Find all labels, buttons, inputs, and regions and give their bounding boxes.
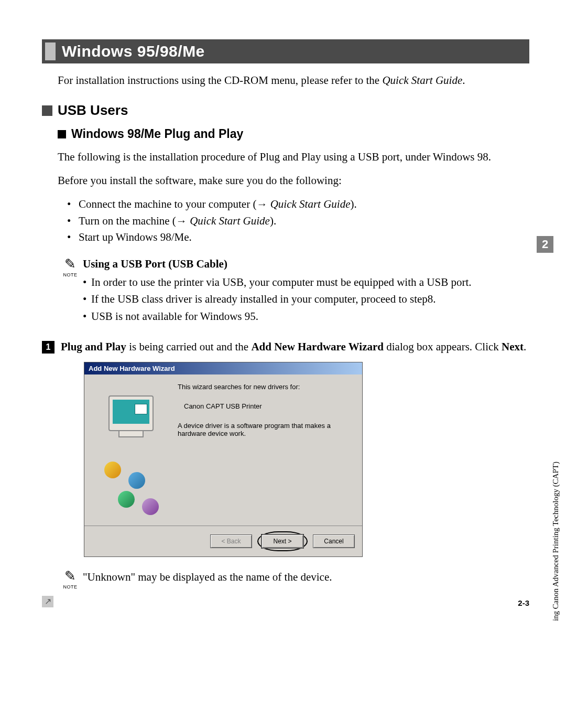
step-1: 1 Plug and Play is being carried out and… (42, 339, 529, 354)
h3-block-icon (58, 130, 66, 138)
dialog-line-3: A device driver is a software program th… (178, 422, 353, 437)
disc-icon (118, 491, 135, 508)
step-number-badge: 1 (42, 341, 55, 354)
list-item: In order to use the printer via USB, you… (83, 274, 529, 291)
step-bold-1: Plug and Play (61, 340, 126, 353)
cancel-button[interactable]: Cancel (313, 534, 355, 548)
disc-icon (104, 462, 121, 478)
li-text: Turn on the machine (→ (79, 215, 190, 227)
intro-paragraph: For installation instructions using the … (58, 73, 529, 88)
step-text-1: is being carried out and the (126, 340, 252, 353)
step-body: Plug and Play is being carried out and t… (61, 339, 529, 354)
intro-ref: Quick Start Guide (382, 74, 462, 87)
chapter-tab: 2 (537, 236, 553, 253)
list-item: If the USB class driver is already insta… (83, 291, 529, 308)
dialog-graphic (94, 383, 172, 519)
step-bold-3: Next (502, 340, 524, 353)
note-body: Using a USB Port (USB Cable) In order to… (83, 258, 529, 325)
main-heading: Windows 95/98/Me (42, 39, 529, 63)
dialog-text: This wizard searches for new drivers for… (172, 383, 353, 519)
next-highlight-oval-icon: Next > (257, 531, 308, 551)
side-running-title: Installing Canon Advanced Printing Techn… (551, 462, 560, 621)
h3-text: Windows 98/Me Plug and Play (71, 127, 243, 141)
note-block-2: ✎ NOTE "Unknown" may be displayed as the… (58, 570, 529, 590)
intro-text: For installation instructions using the … (58, 74, 382, 87)
monitor-icon (108, 395, 154, 431)
monitor-screen-icon (113, 400, 149, 424)
monitor-window-icon (135, 404, 147, 414)
main-heading-text: Windows 95/98/Me (62, 42, 205, 60)
list-item: Turn on the machine (→ Quick Start Guide… (67, 213, 529, 230)
note-title: Using a USB Port (USB Cable) (83, 258, 529, 271)
heading-block-icon (45, 42, 56, 60)
list-item: Start up Windows 98/Me. (67, 229, 529, 246)
prereq-list: Connect the machine to your computer (→ … (67, 196, 529, 246)
next-button[interactable]: Next > (262, 534, 303, 548)
note-list: In order to use the printer via USB, you… (83, 274, 529, 325)
note-icon-col: ✎ NOTE (58, 258, 83, 325)
note-block: ✎ NOTE Using a USB Port (USB Cable) In o… (58, 258, 529, 325)
back-button[interactable]: < Back (210, 534, 252, 548)
dialog-content: This wizard searches for new drivers for… (84, 374, 362, 526)
h2-block-icon (42, 105, 52, 116)
add-hardware-wizard-dialog: Add New Hardware Wizard This wizard sear… (84, 362, 363, 557)
li-end: ). (350, 198, 356, 210)
step-text-3: . (524, 340, 526, 353)
list-item: USB is not available for Windows 95. (83, 308, 529, 325)
page-number: 2-3 (518, 598, 529, 607)
disc-icon (142, 498, 159, 515)
step-text-2: dialog box appears. Click (384, 340, 502, 353)
list-item: Connect the machine to your computer (→ … (67, 196, 529, 213)
intro-end: . (462, 74, 465, 87)
note-icon-col: ✎ NOTE (58, 570, 83, 590)
dialog-line-1: This wizard searches for new drivers for… (178, 383, 353, 391)
return-arrow-icon[interactable]: ↗ (42, 596, 53, 607)
dialog-footer: < Back Next > Cancel (84, 526, 362, 556)
disc-icon (128, 472, 145, 489)
paragraph-2: Before you install the software, make su… (58, 173, 529, 188)
li-text: Connect the machine to your computer (→ (79, 198, 270, 210)
pencil-icon: ✎ (58, 258, 83, 271)
pencil-icon: ✎ (58, 570, 83, 583)
dialog-titlebar: Add New Hardware Wizard (84, 362, 362, 374)
li-ref: Quick Start Guide (190, 215, 270, 227)
dialog-line-2: Canon CAPT USB Printer (178, 402, 353, 410)
h3-row: Windows 98/Me Plug and Play (58, 127, 529, 141)
paragraph-1: The following is the installation proced… (58, 149, 529, 164)
li-end: ). (270, 215, 276, 227)
li-ref: Quick Start Guide (270, 198, 351, 210)
note-label: NOTE (58, 584, 83, 590)
step-bold-2: Add New Hardware Wizard (251, 340, 384, 353)
note-label: NOTE (58, 272, 83, 277)
h2-row: USB Users (42, 102, 529, 119)
h2-text: USB Users (58, 102, 128, 119)
note2-text: "Unknown" may be displayed as the name o… (83, 570, 529, 590)
